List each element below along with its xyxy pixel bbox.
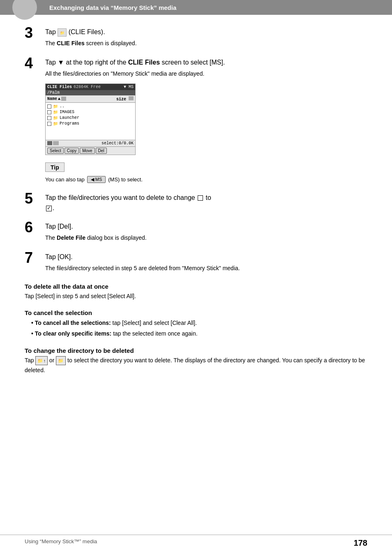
- ss-spacer: [46, 127, 135, 140]
- step-4-content: Tap ▼ at the top right of the CLIE Files…: [45, 58, 367, 183]
- footer-left: Using “Memory Stick™” media: [25, 538, 97, 548]
- step-5: 5 Tap the file/directories you want to d…: [25, 193, 367, 212]
- step-4-title: Tap ▼ at the top right of the CLIE Files…: [45, 58, 367, 67]
- step-3-title: Tap 📁 (CLIE Files).: [45, 27, 367, 37]
- step-5-number: 5: [25, 191, 45, 206]
- tip-text-post: (MS) to select.: [108, 176, 143, 183]
- ss-folder-icon-launcher: 📁: [53, 116, 58, 120]
- sub-content-change-dir: Tap 📁↑ or 📁 to select the directory you …: [25, 356, 367, 375]
- checkbox-checked-icon: [46, 206, 52, 211]
- ss-select-count: select:0/0.0K: [101, 141, 134, 146]
- ss-checkbox-launcher: [47, 116, 51, 120]
- ss-header-left: CLIE Files 62864K Free: [47, 85, 101, 89]
- ss-col-size: size: [116, 96, 134, 102]
- step-5-title: Tap the file/directories you want to del…: [45, 193, 367, 203]
- step-4-desc: All the files/directories on "Memory Sti…: [45, 69, 367, 78]
- ss-view-icons: [47, 141, 59, 145]
- step-3-desc: The CLIE Files screen is displayed.: [45, 39, 367, 48]
- ss-ms-indicator: ▼ MS: [124, 85, 134, 89]
- ss-copy-btn[interactable]: Copy: [65, 148, 79, 154]
- ss-folder-icon-dotdot: 📁: [53, 104, 58, 109]
- tip-text-pre: You can also tap: [45, 176, 85, 183]
- main-content: 3 Tap 📁 (CLIE Files). The CLIE Files scr…: [0, 15, 392, 403]
- step-3-content: Tap 📁 (CLIE Files). The CLIE Files scree…: [45, 27, 367, 48]
- ss-header: CLIE Files 62864K Free ▼ MS: [46, 84, 135, 90]
- clie-files-screenshot: CLIE Files 62864K Free ▼ MS /Palm Name ▲: [45, 83, 136, 155]
- ss-checkbox-images: [47, 110, 51, 114]
- header-bar: Exchanging data via “Memory Stick” media: [0, 0, 392, 15]
- step-6-number: 6: [25, 220, 45, 235]
- tip-text: You can also tap ◀ MS (MS) to select.: [45, 176, 367, 183]
- ss-action-buttons[interactable]: Select Copy Move Del: [46, 146, 135, 155]
- ss-checkbox-dotdot: [47, 104, 51, 109]
- ss-select-btn[interactable]: Select: [47, 148, 64, 154]
- page-header-title: Exchanging data via “Memory Stick” media: [49, 4, 176, 11]
- ss-folder-icon-programs: 📁: [53, 121, 58, 126]
- ss-app-title: CLIE Files: [47, 85, 72, 89]
- step-4-number: 4: [25, 56, 45, 71]
- sub-heading-cancel: To cancel the selection: [25, 309, 367, 316]
- ss-file-row-programs: 📁 Programs: [47, 121, 134, 127]
- step-3: 3 Tap 📁 (CLIE Files). The CLIE Files scr…: [25, 27, 367, 48]
- step-7: 7 Tap [OK]. The files/directory selected…: [25, 252, 367, 273]
- step-5-content: Tap the file/directories you want to del…: [45, 193, 367, 212]
- step-7-title: Tap [OK].: [45, 252, 367, 262]
- ss-del-btn[interactable]: Del: [96, 148, 107, 154]
- folder-icon: 📁: [56, 356, 66, 366]
- ss-file-row-launcher: 📁 Launcher: [47, 115, 134, 121]
- footer-page-number: 178: [354, 538, 367, 548]
- bullet-clear-specific: To clear only specific items: tap the se…: [31, 329, 367, 339]
- ss-file-row-dotdot: 📁 ..: [47, 104, 134, 109]
- bullet-list-cancel: To cancel all the selections: tap [Selec…: [25, 318, 367, 338]
- tip-label: Tip: [51, 164, 59, 171]
- ss-detail-view-icon: [53, 141, 59, 145]
- tip-box: Tip: [45, 162, 65, 172]
- ss-list-view-icon: [47, 141, 52, 145]
- tip-section: Tip You can also tap ◀ MS (MS) to select…: [45, 160, 367, 183]
- tip-ms-button: ◀ MS: [87, 176, 106, 183]
- ss-toolbar: Name ▲ size: [46, 95, 135, 103]
- ss-status: select:0/0.0K: [46, 140, 135, 146]
- page-footer: Using “Memory Stick™” media 178: [0, 535, 392, 548]
- ss-col-name: Name ▲: [47, 97, 66, 101]
- sub-content-delete-all: Tap [Select] in step 5 and select [Selec…: [25, 292, 367, 301]
- step-5-checked: .: [45, 204, 367, 212]
- step-4: 4 Tap ▼ at the top right of the CLIE Fil…: [25, 58, 367, 183]
- ss-sort-icon: [61, 97, 66, 101]
- sub-heading-change-dir: To change the directory to be deleted: [25, 347, 367, 354]
- sub-heading-delete-all: To delete all the data at once: [25, 283, 367, 290]
- step-7-number: 7: [25, 250, 45, 265]
- ss-checkbox-programs: [47, 122, 51, 126]
- clie-files-icon: 📁: [58, 28, 67, 37]
- step-7-content: Tap [OK]. The files/directory selected i…: [45, 252, 367, 273]
- step-6: 6 Tap [Del]. The Delete File dialog box …: [25, 222, 367, 242]
- ss-path: /Palm: [46, 90, 135, 95]
- ss-size-icon: [129, 96, 134, 100]
- ss-file-row-images: 📁 IMAGES: [47, 109, 134, 115]
- ss-move-btn[interactable]: Move: [80, 148, 95, 154]
- step-7-desc: The files/directory selected in step 5 a…: [45, 264, 367, 273]
- ss-file-list: 📁 .. 📁 IMAGES 📁 Launcher: [46, 103, 135, 127]
- step-6-desc: The Delete File dialog box is displayed.: [45, 233, 367, 242]
- ss-free: 62864K Free: [74, 85, 101, 89]
- step-3-number: 3: [25, 25, 45, 40]
- checkbox-empty-icon: [198, 195, 203, 201]
- ss-folder-icon-images: 📁: [53, 110, 58, 115]
- step-6-content: Tap [Del]. The Delete File dialog box is…: [45, 222, 367, 242]
- folder-up-icon: 📁↑: [35, 356, 48, 366]
- bullet-cancel-all: To cancel all the selections: tap [Selec…: [31, 318, 367, 328]
- step-6-title: Tap [Del].: [45, 222, 367, 232]
